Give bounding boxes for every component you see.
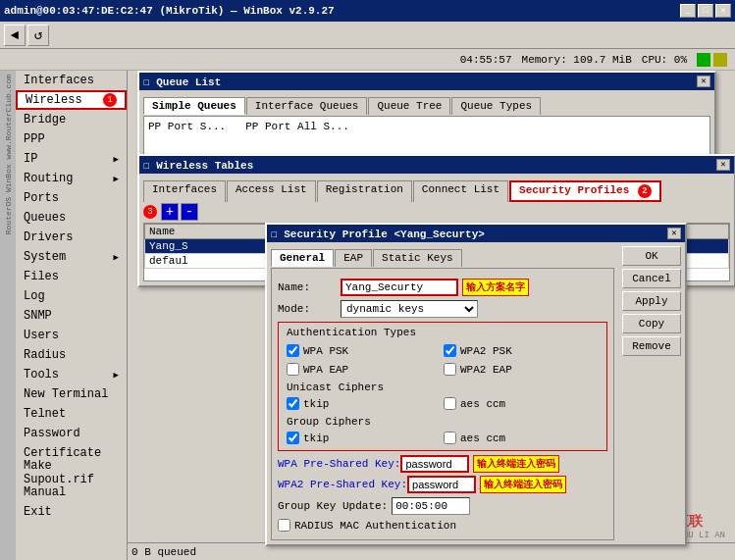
radius-label: RADIUS MAC Authentication [294, 520, 456, 532]
security-profiles-badge: 2 [638, 184, 652, 198]
col-name: Name [145, 225, 284, 239]
sidebar-watermark: RouterOS WinBox www.RouterClub.com [0, 71, 16, 560]
tkip-unicast-label: tkip [303, 398, 329, 410]
sidebar-item-log[interactable]: Log [16, 286, 127, 306]
tab-eap[interactable]: EAP [335, 249, 372, 267]
name-input[interactable] [341, 279, 458, 296]
remove-button[interactable]: Remove [622, 336, 681, 356]
sidebar-item-ports[interactable]: Ports [16, 188, 127, 208]
minimize-button[interactable]: _ [680, 4, 696, 18]
tab-static-keys[interactable]: Static Keys [373, 249, 462, 267]
wireless-tables-tabs: Interfaces Access List Registration Conn… [143, 179, 730, 201]
queue-list-tabs: Simple Queues Interface Queues Queue Tre… [143, 96, 710, 114]
sidebar-item-queues[interactable]: Queues [16, 208, 127, 228]
cpu-yellow-bar [713, 53, 727, 67]
window-title: admin@00:03:47:DE:C2:47 (MikroTik) — Win… [4, 5, 335, 17]
name-label: Name: [278, 281, 337, 293]
routing-arrow: ▶ [114, 174, 119, 184]
sidebar-item-exit[interactable]: Exit [16, 502, 127, 522]
ip-arrow: ▶ [114, 154, 119, 165]
group-key-row: Group Key Update: [278, 497, 607, 515]
tab-security-profiles[interactable]: Security Profiles 2 [509, 180, 661, 202]
tab-queue-tree[interactable]: Queue Tree [368, 97, 450, 115]
sidebar-item-bridge[interactable]: Bridge [16, 110, 127, 129]
cancel-button[interactable]: Cancel [622, 269, 681, 288]
wpa2-key-row: WPA2 Pre-Shared Key: 输入终端连入密码 [278, 476, 607, 493]
wireless-tables-close[interactable]: ✕ [716, 159, 730, 171]
aes-unicast-label: aes ccm [460, 398, 505, 410]
radius-checkbox[interactable] [278, 519, 290, 532]
close-button[interactable]: ✕ [715, 4, 731, 18]
sidebar-item-radius[interactable]: Radius [16, 345, 127, 365]
sidebar-item-ip[interactable]: IP▶ [16, 149, 127, 169]
copy-button[interactable]: Copy [622, 314, 681, 333]
add-profile-button[interactable]: + [161, 203, 179, 221]
tab-general[interactable]: General [271, 249, 334, 267]
tab-queue-types[interactable]: Queue Types [451, 97, 541, 115]
wpa-key-annotation: 输入终端连入密码 [473, 455, 559, 473]
sidebar-item-drivers[interactable]: Drivers [16, 228, 127, 247]
sidebar-item-interfaces[interactable]: Interfaces [16, 71, 127, 90]
mode-select[interactable]: dynamic keys [341, 300, 478, 318]
aes-unicast-checkbox[interactable] [444, 397, 456, 410]
cpu-display: CPU: 0% [642, 54, 687, 66]
forward-button[interactable]: ↺ [27, 25, 49, 46]
wireless-toolbar: 3 + - [143, 203, 730, 221]
wpa-eap-label: WPA EAP [303, 364, 348, 376]
security-profile-tabs: General EAP Static Keys [271, 248, 614, 266]
tab-registration[interactable]: Registration [317, 180, 412, 202]
security-profile-close[interactable]: ✕ [667, 228, 681, 239]
auth-types-box: Authentication Types WPA PSK WPA2 PSK [278, 322, 607, 451]
wpa-key-input[interactable] [400, 455, 469, 473]
tab-interface-queues[interactable]: Interface Queues [246, 97, 368, 115]
wpa-psk-checkbox[interactable] [287, 344, 299, 357]
wpa-key-label: WPA Pre-Shared Key: [278, 458, 400, 470]
wpa2-eap-checkbox[interactable] [444, 363, 456, 376]
sidebar-item-wireless[interactable]: Wireless 1 [16, 90, 127, 110]
title-bar-buttons: _ □ ✕ [680, 4, 731, 18]
sidebar-item-new-terminal[interactable]: New Terminal [16, 384, 127, 404]
wpa-eap-checkbox[interactable] [287, 363, 299, 376]
tkip-unicast-checkbox[interactable] [287, 397, 299, 410]
sidebar-item-make-supout[interactable]: Make Supout.rif [16, 463, 127, 483]
queue-list-close[interactable]: ✕ [697, 76, 710, 87]
apply-button[interactable]: Apply [622, 291, 681, 311]
aes-unicast-row: aes ccm [444, 397, 599, 410]
mode-label: Mode: [278, 303, 337, 315]
wpa-eap-row: WPA EAP [287, 363, 442, 376]
tkip-unicast-row: tkip [287, 397, 442, 410]
tab-simple-queues[interactable]: Simple Queues [143, 97, 245, 115]
title-bar: admin@00:03:47:DE:C2:47 (MikroTik) — Win… [0, 0, 735, 22]
wireless-tables-title-bar: ☐ Wireless Tables ✕ [139, 156, 734, 174]
auth-types-title: Authentication Types [287, 327, 599, 338]
tkip-group-checkbox[interactable] [287, 432, 299, 444]
auth-types-grid: WPA PSK WPA2 PSK WPA EAP [287, 342, 599, 378]
group-grid: tkip aes ccm [287, 430, 599, 446]
tab-connect-list[interactable]: Connect List [413, 180, 508, 202]
aes-group-checkbox[interactable] [444, 432, 456, 444]
group-key-label: Group Key Update: [278, 500, 388, 512]
main-layout: RouterOS WinBox www.RouterClub.com Inter… [0, 71, 735, 560]
wpa2-key-input[interactable] [407, 476, 476, 493]
sidebar-item-snmp[interactable]: SNMP [16, 306, 127, 326]
sidebar-item-tools[interactable]: Tools▶ [16, 365, 127, 384]
sidebar-item-files[interactable]: Files [16, 267, 127, 286]
security-profile-main: General EAP Static Keys Name: 输入方案名字 [267, 242, 618, 544]
sidebar-item-password[interactable]: Password [16, 424, 127, 443]
wpa-psk-label: WPA PSK [303, 345, 348, 357]
sidebar-item-telnet[interactable]: Telnet [16, 404, 127, 424]
tab-access-list[interactable]: Access List [227, 180, 316, 202]
remove-profile-button[interactable]: - [181, 203, 198, 221]
wpa2-psk-checkbox[interactable] [444, 344, 456, 357]
back-button[interactable]: ◄ [4, 25, 26, 46]
sidebar-item-system[interactable]: System▶ [16, 247, 127, 267]
group-key-input[interactable] [392, 497, 470, 515]
maximize-button[interactable]: □ [698, 4, 713, 18]
sidebar-item-ppp[interactable]: PPP [16, 129, 127, 149]
sidebar-item-routing[interactable]: Routing▶ [16, 169, 127, 188]
sidebar-item-users[interactable]: Users [16, 326, 127, 345]
tab-wireless-interfaces[interactable]: Interfaces [143, 180, 226, 202]
security-profile-title: ☐ Security Profile <Yang_Securty> [271, 228, 485, 240]
ok-button[interactable]: OK [622, 246, 681, 266]
cpu-indicator [697, 53, 727, 67]
